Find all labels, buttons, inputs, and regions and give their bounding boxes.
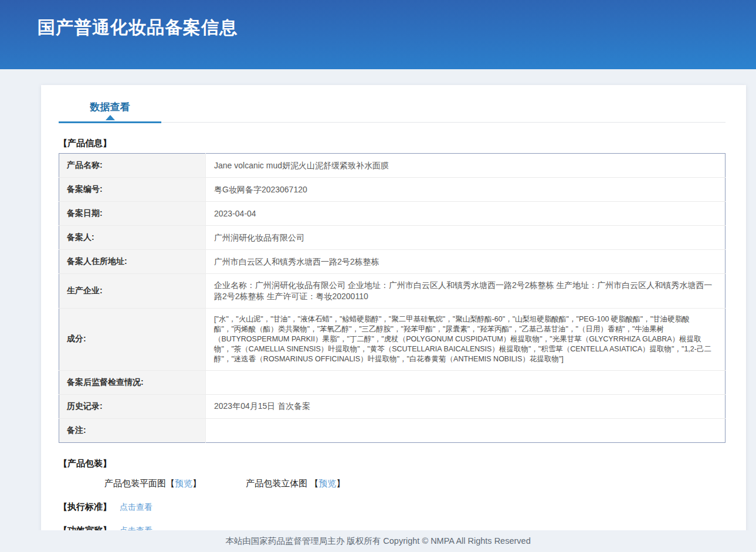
table-row: 生产企业: 企业名称：广州润研化妆品有限公司 企业地址：广州市白云区人和镇秀水塘… [59,274,726,309]
packaging-items: 产品包装平面图【预览】 产品包装立体图 【预览】 [59,478,726,489]
row-value: 广州润研化妆品有限公司 [206,226,726,250]
preview-link-3d[interactable]: 预览 [318,478,336,488]
table-row: 产品名称: Jane volcanic mud妍泥火山泥舒缓紧致补水面膜 [59,154,726,178]
tab-data-view[interactable]: 数据查看 [59,100,161,123]
packaging-item-flat: 产品包装平面图【预览】 [104,478,201,489]
bracket-open: 【 [166,478,175,488]
bracket-open: 【 [310,478,318,488]
table-row: 备案人: 广州润研化妆品有限公司 [59,226,726,250]
row-label: 备案人: [59,226,206,250]
packaging-flat-label: 产品包装平面图 [104,478,166,488]
standard-section-title: 【执行标准】 [59,502,111,512]
table-row: 备案人住所地址: 广州市白云区人和镇秀水塘西一路2号2栋整栋 [59,250,726,274]
row-value: 粤G妆网备字2023067120 [206,178,726,202]
row-label: 生产企业: [59,274,206,309]
packaging-section-title: 【产品包装】 [59,458,726,469]
row-value [206,370,726,394]
packaging-item-3d: 产品包装立体图 【预览】 [246,478,345,489]
row-value: 企业名称：广州润研化妆品有限公司 企业地址：广州市白云区人和镇秀水塘西一路2号2… [206,274,726,309]
standard-view-link[interactable]: 点击查看 [120,502,152,512]
row-value: Jane volcanic mud妍泥火山泥舒缓紧致补水面膜 [206,154,726,178]
product-info-section-title: 【产品信息】 [59,138,726,149]
row-label: 备案日期: [59,202,206,226]
page-footer: 本站由国家药品监督管理局主办 版权所有 Copyright © NMPA All… [0,530,756,552]
table-row: 备案编号: 粤G妆网备字2023067120 [59,178,726,202]
footer-copyright: 本站由国家药品监督管理局主办 版权所有 Copyright © NMPA All… [225,536,530,546]
standard-row: 【执行标准】点击查看 [59,502,726,513]
row-label: 备案后监督检查情况: [59,370,206,394]
row-value: 广州市白云区人和镇秀水塘西一路2号2栋整栋 [206,250,726,274]
bracket-close: 】 [192,478,201,488]
bracket-close: 】 [336,478,345,488]
row-label: 备注: [59,418,206,442]
preview-link-flat[interactable]: 预览 [175,478,192,488]
table-row: 备案日期: 2023-04-04 [59,202,726,226]
tabs-bar: 数据查看 [59,100,726,123]
row-value [206,418,726,442]
table-row: 备注: [59,418,726,442]
row-value: 2023年04月15日 首次备案 [206,394,726,418]
table-row: 备案后监督检查情况: [59,370,726,394]
table-row: 历史记录: 2023年04月15日 首次备案 [59,394,726,418]
page-header: 国产普通化妆品备案信息 [0,0,756,69]
table-row: 成分: ["水"，"火山泥"，"甘油"，"液体石蜡"，"鲸蜡硬脂醇"，"聚二甲基… [59,308,726,370]
page-title: 国产普通化妆品备案信息 [0,0,756,40]
packaging-3d-label: 产品包装立体图 [246,478,310,488]
row-label: 历史记录: [59,394,206,418]
row-label: 备案人住所地址: [59,250,206,274]
content-card: 数据查看 【产品信息】 产品名称: Jane volcanic mud妍泥火山泥… [41,85,746,549]
row-value: 2023-04-04 [206,202,726,226]
row-label: 成分: [59,308,206,370]
row-value-ingredients: ["水"，"火山泥"，"甘油"，"液体石蜡"，"鲸蜡硬脂醇"，"聚二甲基硅氧烷"… [206,308,726,370]
row-label: 产品名称: [59,154,206,178]
row-label: 备案编号: [59,178,206,202]
product-info-table: 产品名称: Jane volcanic mud妍泥火山泥舒缓紧致补水面膜 备案编… [59,153,726,443]
